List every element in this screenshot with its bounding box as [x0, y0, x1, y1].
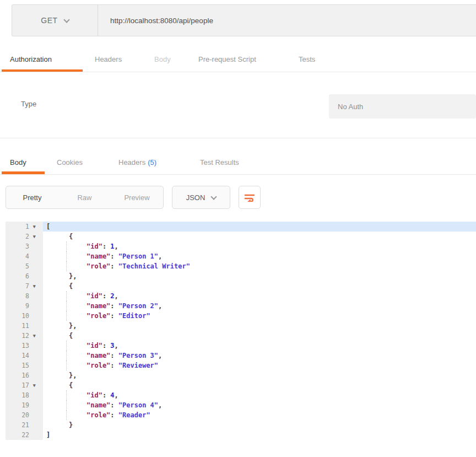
code-text: },	[43, 370, 476, 380]
line-number: 15	[6, 361, 31, 370]
line-gutter: 21	[6, 420, 43, 430]
divider	[0, 174, 476, 175]
indent-guide	[66, 241, 67, 251]
code-line: 13"id": 3,	[6, 341, 476, 351]
line-gutter: 5	[6, 261, 43, 271]
wrap-text-button[interactable]	[239, 186, 261, 209]
code-line: 14"name": "Person 3",	[6, 351, 476, 361]
url-input[interactable]: http://localhost:8080/api/people	[98, 5, 476, 36]
method-dropdown[interactable]: GET	[12, 5, 98, 36]
line-number: 14	[6, 351, 31, 361]
tab-response-headers[interactable]: Headers(5)	[118, 158, 156, 166]
code-text: "name": "Person 4",	[43, 400, 476, 410]
code-line: 1▾[	[6, 222, 476, 232]
code-line: 3"id": 1,	[6, 241, 476, 251]
line-number: 5	[6, 261, 31, 271]
code-text: [	[43, 222, 476, 232]
indent-guide	[66, 301, 67, 311]
code-line: 16},	[6, 370, 476, 380]
fold-spacer	[31, 361, 43, 370]
line-gutter: 20	[6, 410, 43, 420]
language-dropdown[interactable]: JSON	[172, 186, 230, 209]
chevron-down-icon	[63, 17, 69, 23]
fold-spacer	[31, 430, 43, 440]
line-number: 19	[6, 400, 31, 410]
line-number: 8	[6, 291, 31, 301]
tab-tests[interactable]: Tests	[299, 55, 315, 63]
line-gutter: 13	[6, 341, 43, 351]
line-number: 17	[6, 380, 31, 390]
indent-guide	[66, 251, 67, 261]
fold-arrow-icon[interactable]: ▾	[31, 380, 43, 390]
line-number: 13	[6, 341, 31, 351]
line-gutter: 18	[6, 390, 43, 400]
fold-spacer	[31, 341, 43, 351]
view-pretty-button[interactable]: Pretty	[6, 193, 58, 202]
request-tabs: Authorization Headers Body Pre-request S…	[0, 53, 476, 72]
code-line: 20"role": "Reader"	[6, 410, 476, 420]
line-number: 12	[6, 331, 31, 341]
fold-arrow-icon[interactable]: ▾	[31, 222, 43, 232]
tab-headers[interactable]: Headers	[95, 55, 122, 63]
code-text: {	[43, 380, 476, 390]
code-text: },	[43, 321, 476, 331]
line-gutter: 14	[6, 351, 43, 361]
line-gutter: 6	[6, 271, 43, 281]
fold-arrow-icon[interactable]: ▾	[31, 331, 43, 341]
code-text: {	[43, 331, 476, 341]
line-gutter: 4	[6, 251, 43, 261]
code-line: 4"name": "Person 1",	[6, 251, 476, 261]
view-preview-button[interactable]: Preview	[111, 193, 163, 202]
tab-response-cookies[interactable]: Cookies	[57, 158, 83, 166]
code-line: 22]	[6, 430, 476, 440]
method-label: GET	[41, 16, 57, 25]
line-number: 6	[6, 271, 31, 281]
line-gutter: 17▾	[6, 380, 43, 390]
fold-spacer	[31, 420, 43, 430]
code-text: "role": "Editor"	[43, 311, 476, 321]
code-line: 11},	[6, 321, 476, 331]
response-body-editor[interactable]: 1▾[2▾{3"id": 1,4"name": "Person 1",5"rol…	[6, 222, 476, 440]
code-text: "role": "Reviewer"	[43, 361, 476, 370]
fold-spacer	[31, 261, 43, 271]
tab-response-body[interactable]: Body	[10, 158, 26, 166]
code-line: 18"id": 4,	[6, 390, 476, 400]
view-raw-button[interactable]: Raw	[58, 193, 111, 202]
code-text: {	[43, 232, 476, 241]
tab-test-results[interactable]: Test Results	[200, 158, 239, 166]
code-line: 12▾{	[6, 331, 476, 341]
line-gutter: 11	[6, 321, 43, 331]
code-line: 8"id": 2,	[6, 291, 476, 301]
fold-spacer	[31, 370, 43, 380]
fold-spacer	[31, 251, 43, 261]
line-gutter: 8	[6, 291, 43, 301]
code-text: "role": "Technical Writer"	[43, 261, 476, 271]
fold-arrow-icon[interactable]: ▾	[31, 232, 43, 241]
fold-spacer	[31, 321, 43, 331]
code-line: 6},	[6, 271, 476, 281]
line-gutter: 7▾	[6, 281, 43, 291]
line-gutter: 22	[6, 430, 43, 440]
code-text: {	[43, 281, 476, 291]
tab-authorization[interactable]: Authorization	[10, 55, 52, 63]
indent-guide	[66, 361, 67, 370]
fold-arrow-icon[interactable]: ▾	[31, 281, 43, 291]
line-gutter: 1▾	[6, 222, 43, 232]
divider	[0, 138, 476, 138]
auth-type-dropdown[interactable]: No Auth	[329, 94, 476, 119]
line-gutter: 10	[6, 311, 43, 321]
chevron-down-icon	[211, 193, 217, 200]
line-number: 22	[6, 430, 31, 440]
code-text: "id": 4,	[43, 390, 476, 400]
line-number: 11	[6, 321, 31, 331]
fold-spacer	[31, 241, 43, 251]
tab-pre-request-script[interactable]: Pre-request Script	[198, 55, 256, 63]
line-number: 3	[6, 241, 31, 251]
line-gutter: 2▾	[6, 232, 43, 241]
line-number: 21	[6, 420, 31, 430]
headers-count-badge: (5)	[148, 158, 156, 166]
indent-guide	[66, 311, 67, 321]
fold-spacer	[31, 390, 43, 400]
tab-body[interactable]: Body	[154, 55, 171, 63]
language-value: JSON	[186, 193, 205, 202]
